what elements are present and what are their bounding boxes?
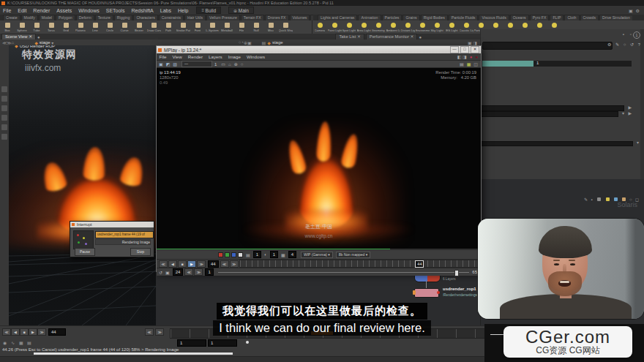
shelf-tab[interactable]: Oceans — [510, 15, 529, 20]
inspect-tool-icon[interactable]: ▨ — [173, 61, 177, 67]
shelf-tool[interactable]: File — [234, 20, 249, 34]
grid-icon[interactable]: ▣ — [247, 40, 252, 45]
shelf-tool[interactable]: Box — [0, 20, 15, 34]
menu-item[interactable]: RedshiftA — [128, 8, 156, 13]
fps-field[interactable]: 24 — [173, 268, 184, 276]
range-start-field[interactable]: 1 — [177, 339, 206, 347]
depth-dropdown[interactable]: 8b Non mapped ▾ — [336, 252, 371, 258]
maximize-button[interactable]: □ — [460, 46, 469, 53]
shelf-tool[interactable]: Line — [88, 20, 102, 34]
scale-tool-icon[interactable] — [1, 115, 7, 121]
green-channel-swatch[interactable] — [225, 252, 230, 257]
menu-item[interactable]: View — [170, 54, 184, 59]
go-end-button[interactable]: ≫ — [37, 328, 46, 336]
home-icon[interactable]: ⌂ — [12, 40, 15, 45]
gamma-field[interactable]: 1 — [270, 251, 278, 258]
current-frame-field[interactable]: 44 — [48, 328, 66, 336]
range-end-field[interactable]: 1 — [208, 339, 237, 347]
close-button[interactable]: ✕ — [471, 46, 479, 53]
view-tool-icon[interactable] — [1, 134, 7, 140]
menu-item[interactable]: Windows — [75, 8, 102, 13]
play-button[interactable]: ▶ — [187, 260, 196, 268]
pause-button[interactable]: Pause — [75, 248, 95, 256]
shelf-tool[interactable]: Torus — [44, 20, 59, 34]
shelf-tool[interactable]: Caustic Light — [459, 20, 473, 34]
info-circle-icon[interactable]: 1 — [633, 31, 640, 39]
layout-quad-icon[interactable]: ▦ — [467, 61, 471, 67]
snap-icon[interactable]: ✎ — [584, 197, 588, 202]
layout-icon[interactable]: ▣ ◨ — [468, 40, 477, 45]
shelf-tool[interactable]: Environment Light — [415, 20, 430, 34]
shelf-tool[interactable]: Null — [249, 20, 263, 34]
shelf-tool[interactable]: Spot Light — [342, 20, 356, 34]
shelf-tab[interactable]: Model — [39, 15, 55, 20]
stop-button[interactable]: ■ — [20, 328, 29, 336]
shelf-tab[interactable]: Create — [3, 15, 20, 20]
shelf-tab[interactable]: Modify — [21, 15, 38, 20]
exposure-field[interactable]: 1 — [253, 251, 261, 258]
zoom-tool-icon[interactable]: ◩ — [166, 61, 171, 67]
menu-item[interactable]: Layers — [206, 54, 225, 59]
render-gallery-search-input[interactable] — [482, 42, 613, 50]
last-frame-button[interactable]: ≫ — [197, 260, 206, 268]
quad-field[interactable]: 4 — [288, 251, 296, 258]
layout-split-icon[interactable]: ◫ — [473, 61, 478, 67]
prev-key-button[interactable]: ≪ — [145, 328, 154, 336]
keyframe-icon[interactable]: ◉ — [3, 340, 7, 345]
window-titlebar[interactable]: K:\COURSES\UNLOCKING THE MAGIC OF HOUDIN… — [0, 0, 644, 6]
shelf-tab[interactable]: Viscous Fluids — [479, 15, 509, 20]
mplay-image-area[interactable]: ip 13:44:19 1280x720 0.49 Render Time: 0… — [157, 68, 481, 249]
shelf-tab[interactable]: Pyro FX — [530, 15, 550, 20]
menu-item[interactable]: Render — [30, 8, 53, 13]
menu-item[interactable]: Edit — [15, 8, 29, 13]
channel-menu-icon[interactable]: ▤ — [246, 252, 250, 257]
prev-frame-button[interactable]: ◀ — [168, 260, 177, 268]
record-off-icon[interactable]: ● — [475, 55, 478, 59]
record-icon[interactable]: ● — [470, 55, 473, 59]
split-icon[interactable]: ▦ — [281, 252, 285, 257]
mplay-timeline[interactable]: 44 — [239, 260, 481, 268]
template-flag-icon[interactable] — [606, 197, 610, 201]
tab-scene-view[interactable]: Scene View ✕ — [1, 34, 36, 39]
menu-item[interactable]: Image — [225, 54, 243, 59]
shelf-tab[interactable]: Texture — [95, 15, 113, 20]
range-slider[interactable] — [218, 272, 470, 273]
alpha-channel-swatch[interactable] — [238, 252, 243, 257]
fit-icon[interactable]: ▭ — [221, 61, 225, 67]
shelf-tool[interactable]: Tube — [29, 20, 44, 34]
tab-take-list[interactable]: Take List ✕ — [335, 34, 364, 39]
gamma-icon[interactable]: ◐ — [264, 252, 267, 257]
shelf-tool[interactable]: Sky Light — [430, 20, 444, 34]
range-start-button[interactable]: ≪ — [184, 268, 193, 276]
cursor-arrow-icon[interactable]: ▶ — [628, 110, 632, 116]
shelf-tab[interactable]: Particles — [382, 15, 402, 20]
menu-item[interactable]: Render — [185, 54, 205, 59]
shelf-tab[interactable]: Constraints — [159, 15, 184, 20]
shelf-tool[interactable]: Quick Shapes — [278, 20, 293, 34]
add-view-icon[interactable]: ⊕ — [234, 61, 238, 67]
shelf-tool[interactable]: Platonic — [73, 20, 88, 34]
pin-icon[interactable]: ▪ — [623, 32, 624, 37]
shelf-tab[interactable]: Terrain FX — [241, 15, 264, 20]
go-start-button[interactable]: ≪ — [2, 328, 11, 336]
menu-item[interactable]: Assets — [53, 8, 75, 13]
shelf-tool[interactable]: Font — [190, 20, 205, 34]
play-button[interactable]: ▶ — [29, 328, 37, 336]
chevron-down-icon[interactable]: ▾ — [637, 140, 639, 145]
stage-path-2[interactable]: stage — [272, 40, 283, 45]
shelf-tab[interactable]: Rigid Bodies — [421, 15, 448, 20]
menu-item[interactable]: Help — [175, 8, 191, 13]
chevron-down-icon[interactable]: ▾ — [50, 40, 54, 45]
shelf-tab[interactable]: Lights and Cameras — [318, 15, 357, 20]
blue-channel-swatch[interactable] — [231, 252, 236, 257]
shelf-tab[interactable]: Drones FX — [265, 15, 289, 20]
zoom-level-dropdown[interactable]: — — [181, 61, 212, 67]
shelf-tool[interactable]: Point Light — [327, 20, 342, 34]
first-frame-button[interactable]: ≪ — [159, 260, 168, 268]
shelf-tool[interactable]: L-System — [205, 20, 220, 34]
tab-performance-monitor[interactable]: Performance Monitor ✕ — [366, 34, 418, 39]
shelf-tool[interactable]: Misc — [263, 20, 278, 34]
shelf-tool[interactable]: Draw Curve — [146, 20, 161, 34]
shelf-tab[interactable]: Characters — [133, 15, 157, 20]
snap-tool-icon[interactable] — [1, 124, 7, 130]
